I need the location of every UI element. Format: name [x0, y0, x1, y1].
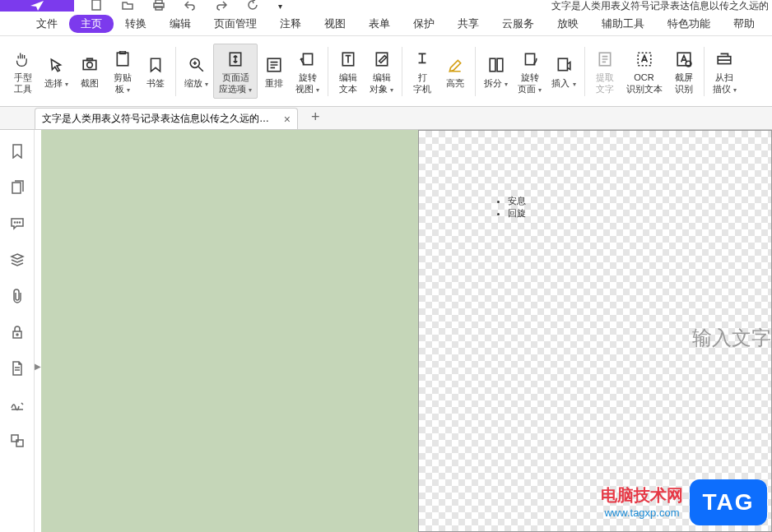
svg-rect-0	[92, 0, 100, 10]
menu-item[interactable]: 主页	[69, 15, 114, 33]
ribbon-separator	[402, 47, 402, 96]
svg-rect-7	[117, 53, 128, 67]
document-icon[interactable]	[9, 360, 26, 377]
open-icon[interactable]	[122, 0, 133, 13]
highlight-icon	[444, 53, 467, 76]
chevron-down-icon: ▾	[390, 86, 393, 94]
bookmark-icon[interactable]	[9, 143, 26, 160]
chevron-down-icon: ▾	[205, 81, 208, 88]
text-placeholder[interactable]: 输入文字	[692, 325, 771, 351]
lock-icon[interactable]	[9, 324, 26, 340]
ribbon-label: 打 字机	[413, 72, 431, 94]
svg-point-27	[19, 222, 20, 223]
pages-icon[interactable]	[9, 179, 26, 196]
print-icon[interactable]	[153, 0, 165, 13]
svg-point-25	[14, 222, 15, 223]
dropdown-icon[interactable]: ▾	[278, 2, 282, 11]
ribbon-typewriter-button[interactable]: 打 字机	[406, 44, 439, 97]
refresh-icon[interactable]	[247, 0, 258, 13]
document-tab[interactable]: 文字是人类用表义符号记录表达信息以传之久远的方... ×	[35, 108, 298, 129]
split-icon	[485, 53, 508, 76]
screen-ocr-icon	[672, 48, 695, 71]
menu-item[interactable]: 编辑	[158, 13, 202, 35]
edit-obj-icon	[370, 48, 393, 71]
menu-item[interactable]: 云服务	[491, 13, 546, 35]
chevron-down-icon: ▾	[316, 86, 319, 94]
menu-item[interactable]: 表单	[357, 13, 402, 35]
fit-icon	[224, 48, 247, 71]
ribbon-label: 高亮	[446, 78, 464, 89]
ribbon-insert-button[interactable]: 插入 ▾	[546, 50, 580, 92]
window-title: 文字是人类用表义符号记录表达信息以传之久远的	[551, 0, 772, 13]
screenshot-icon	[78, 53, 101, 76]
menu-item[interactable]: 转换	[114, 13, 158, 35]
undo-icon[interactable]	[184, 0, 196, 13]
tab-label: 文字是人类用表义符号记录表达信息以传之久远的方...	[42, 112, 277, 126]
ocr-icon	[633, 48, 656, 71]
redo-icon[interactable]	[216, 0, 227, 13]
menu-item[interactable]: 文件	[25, 13, 69, 35]
ribbon-label: 书签	[146, 78, 165, 89]
svg-rect-28	[13, 331, 21, 338]
new-icon[interactable]	[91, 0, 102, 13]
ribbon-hand-button[interactable]: 手型 工具	[7, 44, 40, 97]
svg-point-29	[16, 334, 18, 335]
app-logo-area[interactable]	[0, 0, 74, 12]
watermark-title: 电脑技术网	[601, 484, 683, 507]
comment-icon[interactable]	[9, 215, 26, 232]
chevron-down-icon: ▾	[249, 86, 252, 94]
compare-icon[interactable]	[9, 433, 26, 449]
ribbon-extract-button: 提取 文字	[588, 44, 621, 97]
attachment-icon[interactable]	[9, 288, 26, 304]
signature-icon[interactable]	[9, 396, 26, 413]
ribbon-split-button[interactable]: 拆分 ▾	[479, 50, 513, 92]
menu-item[interactable]: 共享	[446, 13, 491, 35]
svg-rect-3	[156, 7, 162, 10]
page-left-panel	[41, 130, 418, 532]
document-canvas[interactable]: 安息回旋 输入文字 电脑技术网 www.tagxp.com TAG	[35, 130, 772, 532]
ribbon-rotate-page-button[interactable]: 旋转 页面 ▾	[513, 44, 546, 97]
ribbon-label: 插入 ▾	[551, 78, 575, 89]
ribbon-clipboard-button[interactable]: 剪贴 板 ▾	[106, 44, 139, 97]
ribbon-screen-ocr-button[interactable]: 截屏 识别	[667, 44, 700, 97]
layers-icon[interactable]	[9, 252, 26, 268]
ribbon-select-button[interactable]: 选择 ▾	[40, 50, 73, 92]
ribbon-fit-button[interactable]: 页面适 应选项 ▾	[213, 44, 258, 98]
ribbon-separator	[475, 47, 476, 96]
ribbon-label: OCR 识别文本	[626, 72, 663, 94]
ribbon-reflow-button[interactable]: 重排	[258, 50, 291, 92]
chevron-down-icon: ▾	[505, 81, 508, 88]
ribbon-edit-obj-button[interactable]: 编辑 对象 ▾	[365, 44, 398, 97]
ribbon-scanner-button[interactable]: 从扫 描仪 ▾	[708, 44, 742, 97]
edit-text-icon	[337, 48, 360, 71]
ribbon-screenshot-button[interactable]: 截图	[73, 50, 106, 92]
ribbon-zoom-button[interactable]: 缩放 ▾	[179, 50, 213, 92]
menu-item[interactable]: 帮助	[722, 13, 766, 35]
typewriter-icon	[411, 48, 434, 71]
ribbon-highlight-button[interactable]: 高亮	[439, 50, 472, 92]
ribbon-label: 重排	[265, 78, 283, 89]
ribbon-edit-text-button[interactable]: 编辑 文本	[332, 44, 365, 97]
ribbon-separator	[328, 47, 328, 96]
chevron-down-icon: ▾	[733, 86, 737, 94]
menu-item[interactable]: 保护	[402, 13, 446, 35]
menu-item[interactable]: 辅助工具	[590, 13, 656, 35]
tag-badge: TAG	[690, 479, 767, 525]
ribbon-label: 页面适 应选项 ▾	[219, 72, 252, 94]
menu-item[interactable]: 特色功能	[656, 13, 722, 35]
ribbon-ocr-button[interactable]: OCR 识别文本	[621, 44, 667, 97]
menu-item[interactable]: 放映	[546, 13, 590, 35]
list-item: 安息	[508, 195, 526, 207]
menu-item[interactable]: 视图	[313, 13, 357, 35]
ribbon-bookmark-button[interactable]: 书签	[139, 50, 172, 92]
ribbon-label: 拆分 ▾	[484, 78, 508, 89]
scanner-icon	[713, 48, 736, 71]
ribbon-rotate-view-button[interactable]: 旋转 视图 ▾	[291, 44, 324, 97]
ribbon-label: 编辑 对象 ▾	[370, 72, 393, 94]
close-icon[interactable]: ×	[284, 113, 291, 126]
menu-item[interactable]: 页面管理	[202, 13, 268, 35]
ribbon-label: 从扫 描仪 ▾	[713, 72, 737, 94]
add-tab-button[interactable]: +	[311, 109, 320, 129]
menu-item[interactable]: 注释	[268, 13, 313, 35]
workspace: ▶ 安息回旋 输入文字 电脑技术网 www.tagxp.com TAG	[0, 130, 772, 532]
